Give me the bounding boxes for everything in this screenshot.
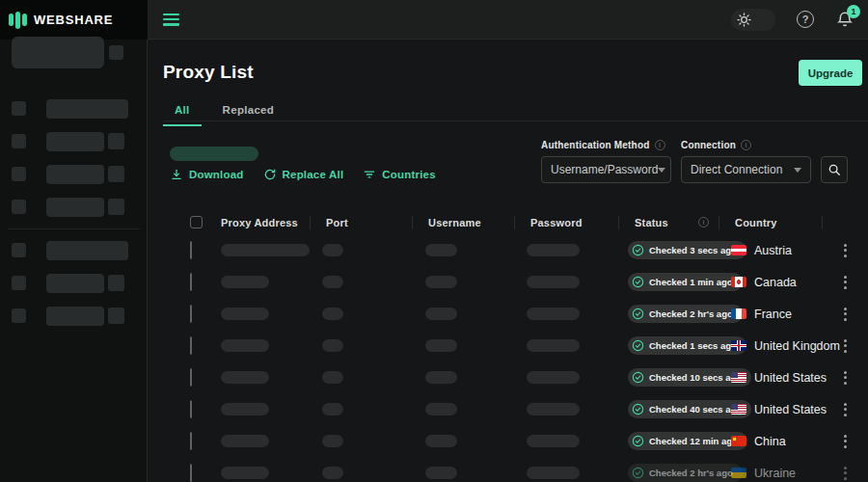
proxy-address-skeleton (221, 244, 310, 256)
row-checkbox[interactable] (190, 273, 192, 291)
select-all-checkbox[interactable] (190, 216, 203, 228)
country-name: China (754, 435, 786, 448)
port-skeleton (322, 435, 343, 447)
username-skeleton (425, 371, 457, 384)
country-flag (731, 277, 746, 287)
tab-replaced[interactable]: Replaced (211, 98, 286, 126)
hamburger-menu-icon[interactable] (163, 13, 179, 26)
check-circle-icon (632, 371, 644, 384)
country-flag (731, 245, 746, 255)
row-menu-kebab-icon[interactable] (838, 432, 853, 451)
username-skeleton (425, 308, 457, 320)
proxy-table: Proxy Address Port Username Password Sta… (163, 210, 868, 482)
download-button[interactable]: Download (170, 168, 244, 181)
info-icon[interactable]: i (655, 140, 665, 150)
row-menu-kebab-icon[interactable] (838, 273, 853, 292)
auth-method-group: Authentication Method i Username/Passwor… (541, 140, 671, 183)
tab-all[interactable]: All (163, 98, 202, 126)
country-cell: United States (719, 403, 822, 416)
theme-toggle[interactable] (731, 9, 775, 31)
row-menu-kebab-icon[interactable] (838, 305, 853, 324)
countries-filter-button[interactable]: Countries (363, 168, 435, 181)
auth-method-label: Authentication Method i (541, 140, 671, 150)
username-skeleton (425, 244, 457, 256)
logo[interactable]: WEBSHARE (0, 0, 148, 40)
auth-method-value: Username/Password (551, 163, 658, 176)
port-skeleton (322, 371, 343, 384)
row-menu-kebab-icon[interactable] (838, 241, 853, 260)
sidebar-item-skeleton (0, 197, 148, 218)
row-checkbox[interactable] (190, 432, 192, 450)
country-cell: France (719, 308, 822, 321)
webshare-logo-icon (9, 12, 27, 29)
filters: Authentication Method i Username/Passwor… (541, 140, 848, 183)
tabs-divider (163, 120, 868, 121)
username-skeleton (425, 403, 457, 415)
check-circle-icon (632, 339, 644, 352)
port-skeleton (322, 339, 343, 352)
table-row: Checked 12 min ago China (163, 425, 868, 457)
row-checkbox[interactable] (190, 368, 192, 387)
country-name: Canada (754, 276, 797, 289)
row-checkbox[interactable] (190, 305, 192, 323)
proxy-address-skeleton (221, 371, 269, 384)
chevron-down-icon (794, 168, 801, 173)
country-cell: Austria (719, 244, 822, 257)
brand-name: WEBSHARE (34, 13, 113, 27)
password-skeleton (527, 435, 580, 447)
country-name: United States (754, 403, 827, 416)
row-menu-kebab-icon[interactable] (838, 400, 853, 419)
row-menu-kebab-icon[interactable] (838, 368, 853, 388)
replace-all-button[interactable]: Replace All (263, 168, 344, 181)
username-skeleton (425, 435, 457, 447)
upgrade-button[interactable]: Upgrade (799, 60, 862, 86)
username-skeleton (425, 276, 457, 288)
row-menu-kebab-icon[interactable] (838, 464, 853, 482)
row-checkbox[interactable] (190, 400, 192, 418)
row-checkbox[interactable] (190, 241, 192, 259)
country-cell: Ukraine (719, 467, 822, 480)
country-name: United States (754, 371, 827, 385)
table-actions: Download Replace All Countries (170, 168, 436, 181)
status-header-text: Status (635, 217, 668, 228)
check-circle-icon (632, 276, 644, 288)
table-body: Checked 3 secs ago Austria Checked 1 min… (163, 234, 868, 482)
row-checkbox[interactable] (190, 336, 192, 355)
notification-badge: 1 (847, 5, 860, 18)
info-icon[interactable]: i (741, 140, 751, 150)
col-password: Password (514, 216, 618, 229)
sidebar-search-skeleton (12, 37, 104, 68)
check-circle-icon (632, 467, 644, 479)
connection-label-text: Connection (681, 140, 736, 150)
country-name: Ukraine (754, 467, 796, 480)
sidebar-item-skeleton (0, 306, 148, 327)
row-checkbox[interactable] (190, 464, 192, 482)
password-skeleton (527, 308, 580, 320)
connection-select[interactable]: Direct Connection (681, 156, 811, 183)
country-flag (731, 308, 746, 319)
password-skeleton (527, 467, 580, 479)
sidebar-item-skeleton (0, 240, 148, 261)
row-menu-kebab-icon[interactable] (838, 336, 853, 356)
refresh-icon (263, 168, 277, 181)
sun-icon (737, 13, 751, 27)
notifications-bell[interactable]: 1 (835, 10, 854, 29)
col-actions (822, 216, 868, 229)
help-icon[interactable]: ? (797, 11, 814, 28)
search-button[interactable] (821, 156, 848, 183)
password-skeleton (527, 371, 580, 384)
webshare-app: WEBSHARE (0, 0, 868, 482)
country-cell: China (719, 435, 822, 448)
auth-method-select[interactable]: Username/Password (541, 156, 671, 183)
topbar: ? 1 (148, 0, 868, 40)
country-flag (731, 340, 746, 351)
table-row: Checked 40 secs ago United States (163, 393, 868, 425)
countries-label: Countries (382, 169, 435, 180)
proxy-address-skeleton (221, 403, 269, 415)
table-row: Checked 3 secs ago Austria (163, 234, 868, 266)
download-label: Download (189, 169, 244, 180)
username-skeleton (425, 339, 457, 352)
info-icon[interactable]: i (698, 217, 709, 228)
connection-group: Connection i Direct Connection (681, 140, 811, 183)
check-circle-icon (632, 308, 644, 320)
